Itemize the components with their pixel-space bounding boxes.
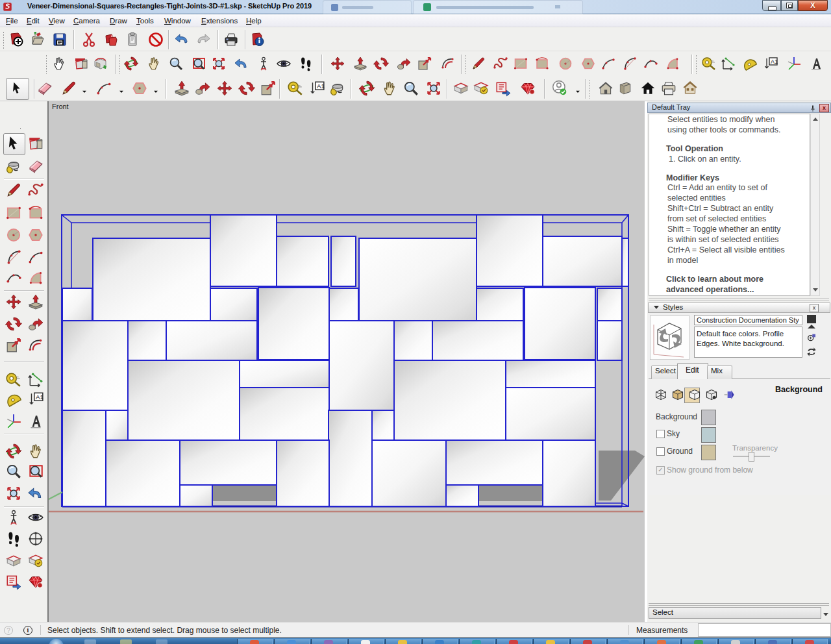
- svg-text:A1: A1: [771, 58, 778, 65]
- svg-text:Front: Front: [52, 103, 69, 110]
- svg-text:A1: A1: [36, 393, 43, 401]
- svg-text:A1: A1: [317, 82, 325, 90]
